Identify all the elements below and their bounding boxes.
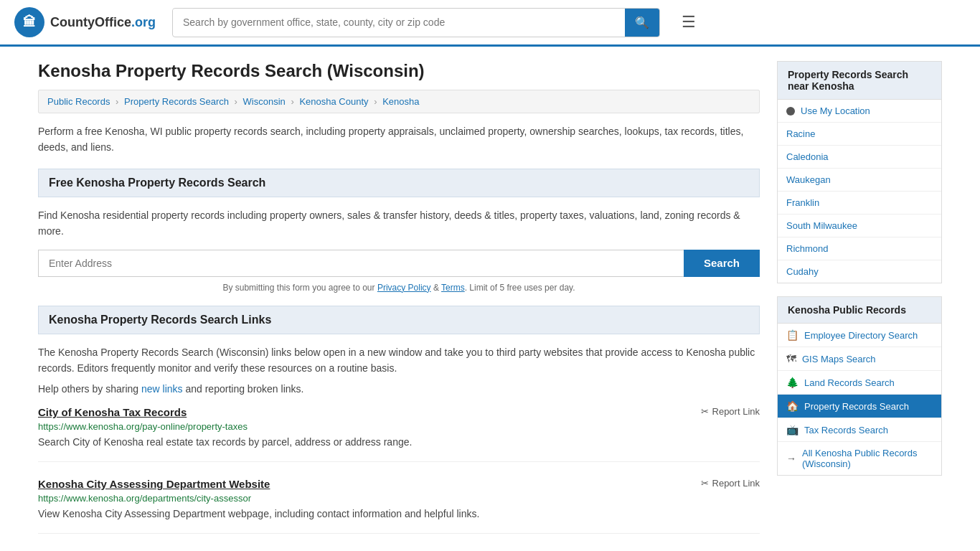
sidebar-item-south-milwaukee[interactable]: South Milwaukee	[778, 215, 941, 237]
sidebar-item-franklin[interactable]: Franklin	[778, 192, 941, 215]
caledonia-link[interactable]: Caledonia	[786, 151, 829, 162]
property-records-link[interactable]: Property Records Search	[804, 401, 909, 412]
all-records-link[interactable]: All Kenosha Public Records (Wisconsin)	[802, 448, 933, 469]
sidebar-item-caledonia[interactable]: Caledonia	[778, 146, 941, 169]
sidebar-item-land-records[interactable]: 🌲 Land Records Search	[778, 371, 941, 395]
report-link-1[interactable]: ✂ Report Link	[701, 406, 760, 417]
privacy-policy-link[interactable]: Privacy Policy	[377, 283, 431, 293]
report-icon-2: ✂	[701, 478, 709, 489]
sidebar-item-employee-directory[interactable]: 📋 Employee Directory Search	[778, 324, 941, 347]
result-title-2[interactable]: Kenosha City Assessing Department Websit…	[38, 478, 270, 490]
sidebar-item-property-records[interactable]: 🏠 Property Records Search	[778, 395, 941, 418]
gis-maps-icon: 🗺	[786, 353, 796, 364]
breadcrumb-wisconsin[interactable]: Wisconsin	[243, 96, 286, 107]
public-records-sidebar-box: Kenosha Public Records 📋 Employee Direct…	[777, 296, 942, 476]
all-records-icon: →	[786, 453, 796, 464]
result-item: City of Kenosha Tax Records ✂ Report Lin…	[38, 406, 760, 462]
logo-icon: 🏛	[14, 7, 44, 37]
terms-link[interactable]: Terms	[441, 283, 465, 293]
address-search-form: Search	[38, 250, 760, 277]
nearby-title: Property Records Search near Kenosha	[778, 62, 941, 100]
tax-records-icon: 📺	[786, 424, 798, 435]
employee-directory-icon: 📋	[786, 329, 798, 341]
franklin-link[interactable]: Franklin	[786, 197, 819, 208]
tax-records-link[interactable]: Tax Records Search	[804, 425, 888, 435]
sidebar-item-racine[interactable]: Racine	[778, 123, 941, 146]
new-links-link[interactable]: new links	[141, 383, 183, 395]
sidebar-item-tax-records[interactable]: 📺 Tax Records Search	[778, 418, 941, 442]
sidebar-item-all-records[interactable]: → All Kenosha Public Records (Wisconsin)	[778, 442, 941, 475]
result-title-1[interactable]: City of Kenosha Tax Records	[38, 406, 187, 418]
land-records-link[interactable]: Land Records Search	[804, 377, 895, 388]
page-description: Perform a free Kenosha, WI public proper…	[38, 123, 760, 156]
location-dot-icon	[786, 107, 795, 116]
result-desc-2: View Kenosha City Assessing Department w…	[38, 507, 760, 522]
use-my-location[interactable]: Use My Location	[778, 100, 941, 123]
form-disclaimer: By submitting this form you agree to our…	[38, 283, 760, 293]
result-url-1[interactable]: https://www.kenosha.org/pay-online/prope…	[38, 421, 760, 432]
breadcrumb-kenosha-county[interactable]: Kenosha County	[299, 96, 368, 107]
sidebar: Property Records Search near Kenosha Use…	[777, 61, 942, 550]
public-records-title: Kenosha Public Records	[778, 297, 941, 324]
result-item: Kenosha City Assessing Department Websit…	[38, 478, 760, 534]
breadcrumb: Public Records › Property Records Search…	[38, 90, 760, 113]
nearby-sidebar-box: Property Records Search near Kenosha Use…	[777, 61, 942, 283]
links-description: The Kenosha Property Records Search (Wis…	[38, 344, 760, 377]
page-container: Kenosha Property Records Search (Wiscons…	[24, 47, 956, 551]
property-records-icon: 🏠	[786, 400, 798, 412]
logo-area: 🏛 CountyOffice.org	[14, 7, 158, 37]
main-content: Kenosha Property Records Search (Wiscons…	[38, 61, 760, 550]
sidebar-item-waukegan[interactable]: Waukegan	[778, 169, 941, 192]
gis-maps-link[interactable]: GIS Maps Search	[802, 354, 876, 364]
global-search-input[interactable]	[173, 9, 625, 35]
waukegan-link[interactable]: Waukegan	[786, 174, 831, 185]
report-icon-1: ✂	[701, 406, 709, 417]
result-url-2[interactable]: https://www.kenosha.org/departments/city…	[38, 493, 760, 504]
address-search-button[interactable]: Search	[684, 250, 760, 277]
south-milwaukee-link[interactable]: South Milwaukee	[786, 220, 857, 231]
breadcrumb-kenosha[interactable]: Kenosha	[382, 96, 419, 107]
address-input[interactable]	[38, 250, 684, 277]
sidebar-item-cudahy[interactable]: Cudahy	[778, 260, 941, 283]
free-search-description: Find Kenosha residential property record…	[38, 207, 760, 240]
report-link-2[interactable]: ✂ Report Link	[701, 478, 760, 489]
richmond-link[interactable]: Richmond	[786, 243, 829, 254]
result-desc-1: Search City of Kenosha real estate tax r…	[38, 435, 760, 450]
page-title: Kenosha Property Records Search (Wiscons…	[38, 61, 760, 81]
use-location-label: Use My Location	[801, 105, 870, 116]
sidebar-item-richmond[interactable]: Richmond	[778, 237, 941, 260]
links-share-text: Help others by sharing new links and rep…	[38, 383, 760, 395]
logo-text: CountyOffice.org	[50, 15, 156, 30]
free-search-section-header: Free Kenosha Property Records Search	[38, 169, 760, 197]
hamburger-menu-icon[interactable]: ☰	[682, 13, 696, 32]
racine-link[interactable]: Racine	[786, 128, 815, 139]
breadcrumb-public-records[interactable]: Public Records	[47, 96, 110, 107]
cudahy-link[interactable]: Cudahy	[786, 266, 819, 277]
links-section-header: Kenosha Property Records Search Links	[38, 306, 760, 334]
global-search-button[interactable]: 🔍	[625, 9, 659, 37]
header: 🏛 CountyOffice.org 🔍 ☰	[0, 0, 980, 47]
land-records-icon: 🌲	[786, 377, 798, 388]
sidebar-item-gis-maps[interactable]: 🗺 GIS Maps Search	[778, 347, 941, 371]
employee-directory-link[interactable]: Employee Directory Search	[804, 330, 918, 341]
breadcrumb-property-records-search[interactable]: Property Records Search	[124, 96, 229, 107]
global-search-bar[interactable]: 🔍	[172, 8, 660, 37]
